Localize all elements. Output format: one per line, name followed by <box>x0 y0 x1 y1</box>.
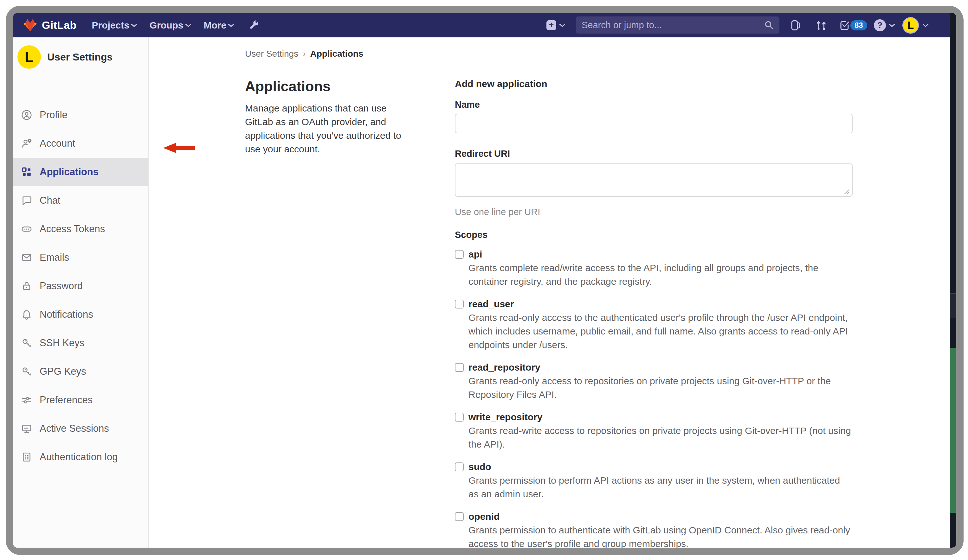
chat-icon <box>21 195 32 206</box>
scope-checkbox-sudo[interactable] <box>455 463 464 471</box>
ssh-keys-icon <box>21 338 32 349</box>
scope-row-write-repository: write_repository Grants read-write acces… <box>455 410 853 451</box>
gitlab-logo-text: GitLab <box>42 19 76 31</box>
scope-checkbox-read-user[interactable] <box>455 300 464 309</box>
scope-description: Grants read-only access to repositories … <box>469 374 853 401</box>
form-section-title: Add new application <box>455 79 547 89</box>
access-tokens-icon <box>21 224 32 235</box>
scope-description: Grants read-only access to the authentic… <box>469 311 853 352</box>
annotation-arrow-shaft <box>175 146 195 150</box>
breadcrumb-divider <box>245 64 853 64</box>
chevron-down-icon <box>228 23 234 27</box>
sidebar-item-emails[interactable]: Emails <box>13 243 148 272</box>
sidebar-item-active-sessions[interactable]: Active Sessions <box>13 414 148 443</box>
redirect-uri-help: Use one line per URI <box>455 207 540 217</box>
screenshot-frame: GitLab Projects Groups More + <box>6 6 963 555</box>
todos-icon[interactable] <box>839 13 850 37</box>
page-title: Applications <box>245 78 331 95</box>
sidebar-item-applications[interactable]: Applications <box>13 158 148 186</box>
help-icon: ? <box>874 19 886 31</box>
scope-description: Grants permission to perform API actions… <box>469 474 853 501</box>
authentication-log-icon <box>21 452 32 463</box>
scopes-label: Scopes <box>455 230 487 240</box>
new-item-dropdown[interactable]: + <box>547 13 565 37</box>
page-description: Manage applications that can use GitLab … <box>245 101 405 156</box>
sidebar-item-password[interactable]: Password <box>13 272 148 300</box>
chevron-down-icon <box>889 23 895 27</box>
scope-description: Grants permission to authenticate with G… <box>469 523 853 548</box>
user-menu[interactable]: L <box>902 13 928 37</box>
redirect-uri-label: Redirect URI <box>455 149 510 159</box>
scope-row-api: api Grants complete read/write access to… <box>455 248 853 288</box>
sidebar-item-preferences[interactable]: Preferences <box>13 386 148 414</box>
todo-count-badge[interactable]: 83 <box>852 13 867 37</box>
search-input[interactable]: Search or jump to... <box>576 17 779 33</box>
background-window-edge <box>950 13 956 548</box>
admin-wrench-icon[interactable] <box>249 20 259 31</box>
application-name-field[interactable] <box>455 114 853 133</box>
issues-icon[interactable] <box>790 13 801 37</box>
browser-window: GitLab Projects Groups More + <box>13 13 956 548</box>
settings-sidebar: L User Settings Profile Account <box>13 37 149 548</box>
chevron-down-icon <box>186 23 191 27</box>
scope-row-openid: openid Grants permission to authenticate… <box>455 510 853 548</box>
edge-green-block <box>950 348 956 513</box>
applications-icon <box>21 167 32 177</box>
emails-icon <box>21 252 32 263</box>
sidebar-item-access-tokens[interactable]: Access Tokens <box>13 215 148 243</box>
sidebar-item-ssh-keys[interactable]: SSH Keys <box>13 329 148 357</box>
gitlab-logo[interactable]: GitLab <box>23 19 76 32</box>
gpg-keys-icon <box>21 366 32 377</box>
profile-icon <box>21 110 32 121</box>
nav-menu-more[interactable]: More <box>204 20 234 31</box>
scope-row-read-repository: read_repository Grants read-only access … <box>455 360 853 401</box>
search-placeholder: Search or jump to... <box>582 20 764 30</box>
sidebar-item-authentication-log[interactable]: Authentication log <box>13 443 148 471</box>
redirect-uri-field[interactable] <box>455 164 853 197</box>
annotation-arrow-head <box>163 143 176 153</box>
breadcrumb-user-settings[interactable]: User Settings <box>245 49 298 59</box>
sidebar-item-account[interactable]: Account <box>13 129 148 158</box>
chevron-down-icon <box>131 23 137 27</box>
scope-checkbox-api[interactable] <box>455 250 464 259</box>
nav-menu-groups[interactable]: Groups <box>149 20 191 31</box>
search-icon <box>764 20 774 30</box>
avatar: L <box>17 45 41 69</box>
account-icon <box>21 138 32 149</box>
edge-panel <box>950 294 956 318</box>
password-icon <box>21 281 32 291</box>
scope-checkbox-openid[interactable] <box>455 512 464 521</box>
scope-description: Grants complete read/write access to the… <box>469 261 853 288</box>
breadcrumb-separator: › <box>303 49 305 59</box>
merge-requests-icon[interactable] <box>816 13 827 37</box>
scopes-list: api Grants complete read/write access to… <box>455 248 853 548</box>
scope-description: Grants read-write access to repositories… <box>469 424 853 451</box>
scope-checkbox-write-repository[interactable] <box>455 413 464 421</box>
scope-checkbox-read-repository[interactable] <box>455 363 464 372</box>
chevron-down-icon <box>923 23 928 27</box>
scope-row-read-user: read_user Grants read-only access to the… <box>455 297 853 352</box>
nav-menu-projects[interactable]: Projects <box>91 20 137 31</box>
name-label: Name <box>455 99 480 110</box>
sidebar-title: User Settings <box>47 51 113 63</box>
breadcrumb-applications: Applications <box>310 49 363 59</box>
breadcrumb: User Settings › Applications <box>245 49 363 59</box>
plus-icon: + <box>547 20 556 30</box>
help-dropdown[interactable]: ? <box>874 13 895 37</box>
avatar: L <box>902 17 919 33</box>
gitlab-tanuki-icon <box>23 19 37 32</box>
preferences-icon <box>21 395 32 405</box>
top-navbar: GitLab Projects Groups More + <box>13 13 956 37</box>
sidebar-item-profile[interactable]: Profile <box>13 101 148 129</box>
sidebar-item-chat[interactable]: Chat <box>13 186 148 215</box>
sidebar-item-gpg-keys[interactable]: GPG Keys <box>13 357 148 386</box>
chevron-down-icon <box>559 23 565 27</box>
active-sessions-icon <box>21 423 32 434</box>
notifications-icon <box>21 309 32 320</box>
sidebar-item-notifications[interactable]: Notifications <box>13 300 148 329</box>
scope-row-sudo: sudo Grants permission to perform API ac… <box>455 460 853 501</box>
